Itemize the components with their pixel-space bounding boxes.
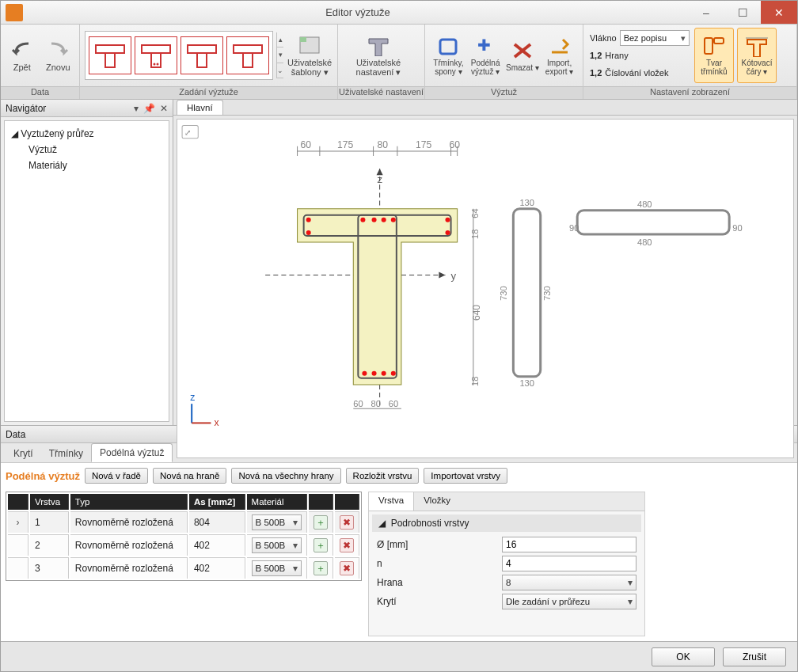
nav-pin-icon[interactable]: 📌 (143, 103, 155, 114)
navigator-title: Navigátor (6, 103, 46, 114)
svg-point-42 (445, 230, 450, 235)
user-templates-button[interactable]: Uživatelské šablony ▾ (287, 28, 332, 83)
group-label-display: Nastavení zobrazení (583, 86, 796, 99)
svg-point-43 (362, 371, 367, 376)
import-export-icon (547, 35, 572, 57)
numbering-toggle[interactable]: 1,2 Číslování vložek (590, 65, 690, 81)
tree-item-materialy[interactable]: Materiály (10, 158, 164, 173)
svg-point-40 (445, 218, 450, 222)
dim-lines-button[interactable]: Kótovací čáry ▾ (737, 28, 777, 83)
cancel-button[interactable]: Zrušit (723, 647, 786, 666)
svg-text:60: 60 (450, 139, 461, 150)
stirrup-shape-icon (701, 35, 727, 57)
svg-rect-9 (243, 53, 253, 67)
proptab-layer[interactable]: Vrstva (369, 492, 414, 511)
material-dropdown[interactable]: B 500B (252, 514, 302, 530)
add-row-icon[interactable]: ＋ (314, 538, 328, 552)
svg-rect-61 (577, 211, 729, 234)
svg-rect-14 (705, 38, 712, 54)
minimize-button[interactable]: – (688, 1, 724, 24)
svg-text:60: 60 (301, 139, 312, 150)
svg-rect-3 (151, 53, 161, 67)
nav-dropdown-icon[interactable]: ▾ (134, 103, 139, 114)
dropdown-cover[interactable]: Dle zadání v průřezu (502, 594, 636, 609)
material-dropdown[interactable]: B 500B (252, 560, 302, 576)
svg-rect-0 (96, 45, 124, 53)
window-title: Editor výztuže (28, 6, 688, 18)
svg-text:z: z (190, 392, 195, 403)
delete-row-icon[interactable]: ✖ (340, 561, 354, 575)
svg-text:x: x (214, 417, 218, 428)
add-row-icon[interactable]: ＋ (314, 561, 328, 575)
layers-table: Vrstva Typ As [mm2] Materiál › 1 Rovnomě… (6, 492, 362, 581)
table-row[interactable]: › 1 Rovnoměrně rozložená 804 B 500B ＋ ✖ (8, 511, 359, 533)
user-settings-button[interactable]: Uživatelské nastavení ▾ (343, 28, 414, 83)
table-row[interactable]: 2 Rovnoměrně rozložená 402 B 500B ＋ ✖ (8, 534, 359, 556)
gallery-down[interactable]: ▾ (277, 47, 283, 63)
input-diameter[interactable] (502, 537, 636, 552)
props-header: ◢ Podrobnosti vrstvy (372, 514, 641, 532)
add-row-icon[interactable]: ＋ (314, 515, 328, 530)
maximize-button[interactable]: ☐ (724, 1, 761, 24)
redo-button[interactable]: Znovu (42, 28, 75, 83)
label-n: n (377, 558, 496, 569)
longitudinal-button[interactable]: ✚ Podélná výztuž ▾ (467, 28, 504, 83)
tab-longitudinal[interactable]: Podélná výztuž (91, 443, 173, 462)
label-diameter: Ø [mm] (377, 539, 496, 550)
undo-icon (10, 39, 35, 61)
templates-icon (297, 34, 322, 56)
ok-button[interactable]: OK (652, 647, 715, 666)
undo-button[interactable]: Zpět (6, 28, 39, 83)
proptab-bars[interactable]: Vložky (414, 492, 460, 511)
tree-item-vyztuz[interactable]: Výztuž (10, 142, 164, 158)
import-export-button[interactable]: Import, export ▾ (541, 28, 578, 83)
svg-text:730: 730 (499, 286, 508, 301)
tree-root[interactable]: ◢ Vyztužený průřez (10, 126, 164, 142)
tab-cover[interactable]: Krytí (6, 445, 41, 462)
svg-rect-11 (300, 37, 306, 42)
btn-new-edge[interactable]: Nová na hraně (153, 468, 226, 484)
label-cover: Krytí (377, 596, 496, 607)
svg-point-36 (360, 218, 365, 222)
dropdown-edge[interactable]: 8 (502, 575, 636, 590)
material-dropdown[interactable]: B 500B (252, 537, 302, 553)
svg-text:730: 730 (542, 286, 552, 301)
input-n[interactable] (502, 556, 636, 571)
group-label-zadani: Zadání výztuže (80, 86, 337, 99)
template-gallery[interactable] (85, 31, 273, 80)
svg-text:640: 640 (471, 305, 482, 321)
nav-close-icon[interactable]: ✕ (160, 103, 168, 114)
svg-rect-1 (105, 53, 115, 67)
svg-text:18: 18 (470, 230, 480, 239)
table-row[interactable]: 3 Rovnoměrně rozložená 402 B 500B ＋ ✖ (8, 557, 359, 579)
tab-stirrups[interactable]: Třmínky (41, 445, 91, 462)
svg-text:✚: ✚ (477, 36, 491, 54)
section-title: Podélná výztuž (6, 470, 80, 482)
svg-text:80: 80 (378, 139, 389, 150)
svg-text:480: 480 (637, 237, 652, 247)
gallery-up[interactable]: ▴ (277, 32, 283, 47)
stirrup-shape-button[interactable]: Tvar třmínků (694, 28, 734, 83)
delete-row-icon[interactable]: ✖ (340, 515, 354, 530)
btn-new-row[interactable]: Nová v řadě (85, 468, 148, 484)
btn-new-all-edges[interactable]: Nová na všechny hrany (231, 468, 340, 484)
edges-toggle[interactable]: 1,2 Hrany (590, 47, 690, 63)
drawing-canvas[interactable]: ⤢ z y 60 175 80 175 60 (177, 119, 794, 458)
svg-text:130: 130 (519, 378, 534, 388)
close-button[interactable]: ✕ (761, 1, 797, 24)
group-label-data: Data (1, 86, 79, 99)
svg-point-39 (391, 218, 396, 222)
svg-text:130: 130 (519, 198, 534, 207)
btn-import-layers[interactable]: Importovat vrstvy (424, 468, 507, 484)
svg-rect-2 (142, 45, 170, 53)
dim-lines-icon (744, 35, 770, 57)
gallery-expand[interactable]: ⌄ (277, 63, 283, 78)
delete-button[interactable]: Smazat ▾ (504, 28, 542, 83)
tab-main[interactable]: Hlavní (177, 100, 223, 115)
stirrups-button[interactable]: Třmínky, spony ▾ (430, 28, 467, 83)
fiber-dropdown[interactable]: Bez popisu (620, 30, 690, 46)
svg-text:60: 60 (389, 399, 398, 408)
svg-rect-8 (234, 45, 262, 53)
delete-row-icon[interactable]: ✖ (340, 538, 354, 552)
btn-split-layer[interactable]: Rozložit vrstvu (346, 468, 420, 484)
